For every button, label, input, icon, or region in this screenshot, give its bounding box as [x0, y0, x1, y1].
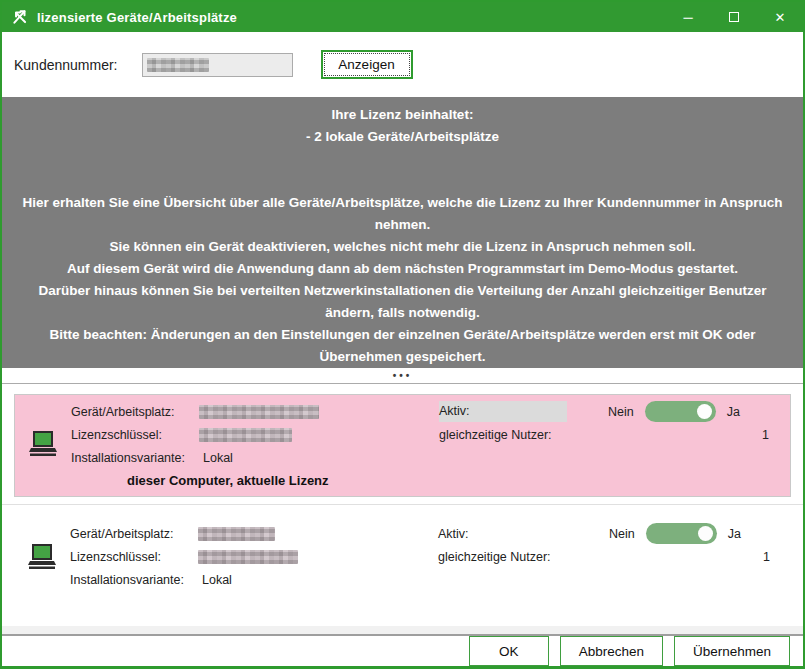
install-variant-value: Lokal	[202, 573, 232, 587]
license-key-label: Lizenzschlüssel:	[70, 550, 198, 564]
cancel-button[interactable]: Abbrechen	[560, 636, 663, 666]
minimize-button[interactable]: ─	[665, 2, 711, 32]
toggle-knob	[698, 526, 713, 541]
concurrent-users-label: gleichzeitige Nutzer:	[439, 428, 589, 442]
toggle-off-label: Nein	[609, 527, 635, 541]
dialog-window: lizensierte Geräte/Arbeitsplätze ─ ✕ Kun…	[0, 0, 805, 669]
customer-number-label: Kundennummer:	[14, 57, 118, 73]
splitter-grip-icon: •••	[393, 373, 413, 379]
toggle-knob	[697, 404, 712, 419]
device-label: Gerät/Arbeitsplatz:	[71, 405, 199, 419]
customer-number-input[interactable]	[142, 53, 293, 77]
toggle-on-label: Ja	[727, 405, 740, 419]
active-toggle[interactable]	[646, 523, 717, 544]
customer-toolbar: Kundennummer: Anzeigen	[2, 32, 803, 97]
install-variant-value: Lokal	[203, 451, 233, 465]
license-key-redacted	[198, 550, 298, 564]
info-paragraph-3: Auf diesem Gerät wird die Anwendung dann…	[20, 258, 786, 280]
info-paragraph-4: Darüber hinaus können Sie bei verteilten…	[20, 280, 786, 324]
concurrent-users-value[interactable]: 1	[762, 428, 769, 442]
active-toggle-group: Nein Ja	[609, 523, 741, 544]
concurrent-users-label: gleichzeitige Nutzer:	[438, 550, 588, 564]
concurrent-users-value[interactable]: 1	[763, 550, 770, 564]
app-icon	[11, 8, 29, 26]
info-paragraph-1: Hier erhalten Sie eine Übersicht über al…	[20, 192, 786, 236]
list-bottom-strip	[2, 626, 803, 634]
device-list: Gerät/Arbeitsplatz: Lizenzschlüssel: Ins…	[2, 384, 803, 634]
info-paragraph-2: Sie können ein Gerät deaktivieren, welch…	[20, 236, 786, 258]
active-label: Aktiv:	[438, 527, 566, 541]
show-button[interactable]: Anzeigen	[321, 50, 413, 79]
laptop-icon	[15, 400, 71, 488]
active-toggle-group: Nein Ja	[608, 401, 740, 422]
device-row-other[interactable]: Gerät/Arbeitsplatz: Lizenzschlüssel: Ins…	[14, 517, 791, 595]
footer-button-bar: OK Abbrechen Übernehmen	[2, 636, 803, 666]
window-title: lizensierte Geräte/Arbeitsplätze	[37, 10, 237, 25]
license-key-redacted	[199, 428, 292, 442]
maximize-icon	[729, 12, 739, 22]
install-variant-label: Installationsvariante:	[71, 451, 203, 465]
toggle-on-label: Ja	[728, 527, 741, 541]
install-variant-label: Installationsvariante:	[70, 573, 202, 587]
ok-button[interactable]: OK	[469, 636, 549, 666]
info-paragraph-5: Bitte beachten: Änderungen an den Einste…	[20, 324, 786, 368]
info-gap	[2, 148, 803, 192]
device-name-redacted	[198, 527, 275, 541]
active-label: Aktiv:	[439, 401, 567, 422]
license-info-box: Ihre Lizenz beinhaltet: - 2 lokale Gerät…	[2, 97, 803, 368]
close-button[interactable]: ✕	[757, 2, 803, 32]
toggle-off-label: Nein	[608, 405, 634, 419]
device-name-redacted	[199, 405, 319, 419]
title-bar: lizensierte Geräte/Arbeitsplätze ─ ✕	[2, 2, 803, 32]
license-key-label: Lizenzschlüssel:	[71, 428, 199, 442]
splitter-bar[interactable]: •••	[2, 368, 803, 384]
license-heading-2: - 2 lokale Geräte/Arbeitsplätze	[20, 126, 786, 148]
customer-number-value-redacted	[147, 58, 209, 72]
current-device-note: dieser Computer, aktuelle Lizenz	[127, 473, 790, 488]
device-label: Gerät/Arbeitsplatz:	[70, 527, 198, 541]
license-heading-1: Ihre Lizenz beinhaltet:	[20, 104, 786, 126]
window-controls: ─ ✕	[665, 2, 803, 32]
active-toggle[interactable]	[645, 401, 716, 422]
row-divider	[2, 504, 803, 505]
maximize-button[interactable]	[711, 2, 757, 32]
laptop-icon	[14, 522, 70, 591]
device-row-current[interactable]: Gerät/Arbeitsplatz: Lizenzschlüssel: Ins…	[14, 394, 791, 497]
apply-button[interactable]: Übernehmen	[674, 636, 790, 666]
